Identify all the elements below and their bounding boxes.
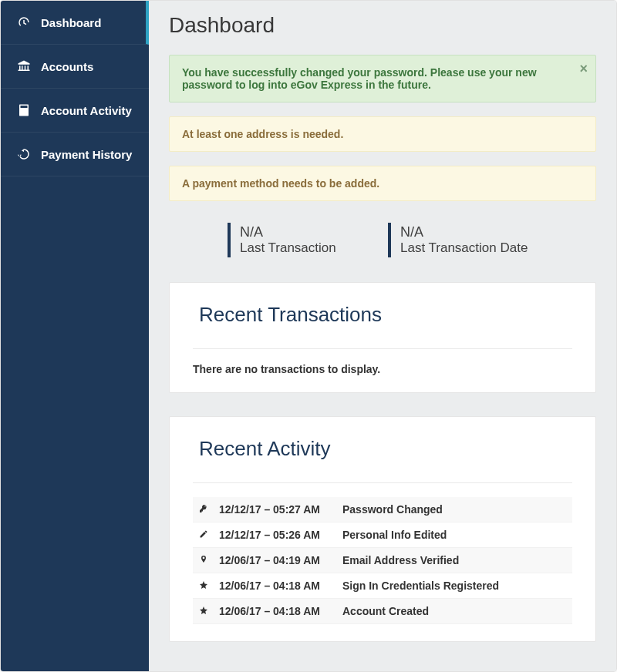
activity-time: 12/06/17 – 04:19 AM: [214, 548, 338, 573]
stat-last-transaction-date: N/A Last Transaction Date: [388, 223, 528, 257]
activity-time: 12/06/17 – 04:18 AM: [214, 599, 338, 624]
alert-warning-payment: A payment method needs to be added.: [169, 166, 596, 201]
panel-heading: Recent Transactions: [199, 303, 572, 327]
sidebar-item-label: Dashboard: [41, 16, 101, 29]
alert-text: At least one address is needed.: [182, 128, 343, 140]
svg-text:$: $: [22, 152, 25, 156]
alert-text: You have successfully changed your passw…: [182, 66, 537, 91]
pencil-icon: [193, 522, 214, 548]
stat-label: Last Transaction: [240, 240, 366, 256]
sidebar-item-account-activity[interactable]: Account Activity: [1, 89, 149, 133]
alert-warning-address: At least one address is needed.: [169, 116, 596, 152]
activity-time: 12/12/17 – 05:26 AM: [214, 522, 338, 548]
activity-event: Password Changed: [338, 497, 572, 522]
activity-table: 12/12/17 – 05:27 AM Password Changed 12/…: [193, 497, 572, 624]
key-icon: [193, 497, 214, 522]
alert-success: You have successfully changed your passw…: [169, 55, 596, 102]
sidebar-item-label: Accounts: [41, 60, 93, 73]
app-shell: Dashboard Accounts Account Activity $ Pa…: [0, 0, 617, 672]
star-icon: [193, 573, 214, 599]
main-content: Dashboard You have successfully changed …: [149, 1, 616, 671]
activity-row: 12/12/17 – 05:26 AM Personal Info Edited: [193, 522, 572, 548]
panel-recent-transactions: Recent Transactions There are no transac…: [169, 282, 596, 393]
empty-message: There are no transactions to display.: [193, 363, 572, 375]
history-icon: $: [16, 146, 32, 162]
page-title: Dashboard: [169, 13, 596, 38]
sidebar-item-label: Payment History: [41, 148, 132, 161]
pin-icon: [193, 548, 214, 573]
close-icon[interactable]: ×: [579, 62, 588, 76]
activity-row: 12/06/17 – 04:19 AM Email Address Verifi…: [193, 548, 572, 573]
panel-recent-activity: Recent Activity 12/12/17 – 05:27 AM Pass…: [169, 416, 596, 642]
sidebar-item-accounts[interactable]: Accounts: [1, 45, 149, 89]
stat-value: N/A: [400, 224, 528, 240]
stat-label: Last Transaction Date: [400, 240, 528, 256]
sidebar-item-payment-history[interactable]: $ Payment History: [1, 133, 149, 176]
activity-event: Sign In Credentials Registered: [338, 573, 572, 599]
divider: [193, 348, 572, 349]
alert-text: A payment method needs to be added.: [182, 177, 379, 190]
sidebar-nav: Dashboard Accounts Account Activity $ Pa…: [1, 1, 149, 671]
star-icon: [193, 599, 214, 624]
panel-heading: Recent Activity: [199, 437, 572, 461]
stat-last-transaction: N/A Last Transaction: [228, 223, 366, 257]
activity-row: 12/06/17 – 04:18 AM Account Created: [193, 599, 572, 624]
activity-row: 12/12/17 – 05:27 AM Password Changed: [193, 497, 572, 522]
activity-event: Personal Info Edited: [338, 522, 572, 548]
stat-value: N/A: [240, 224, 366, 240]
stats-row: N/A Last Transaction N/A Last Transactio…: [169, 218, 596, 262]
activity-event: Email Address Verified: [338, 548, 572, 573]
sidebar-item-dashboard[interactable]: Dashboard: [1, 1, 149, 45]
bank-icon: [16, 59, 32, 74]
calculator-icon: [16, 102, 32, 118]
gauge-icon: [16, 15, 32, 30]
activity-event: Account Created: [338, 599, 572, 624]
activity-row: 12/06/17 – 04:18 AM Sign In Credentials …: [193, 573, 572, 599]
sidebar-item-label: Account Activity: [41, 104, 132, 117]
divider: [193, 482, 572, 483]
activity-time: 12/06/17 – 04:18 AM: [214, 573, 338, 599]
activity-time: 12/12/17 – 05:27 AM: [214, 497, 338, 522]
